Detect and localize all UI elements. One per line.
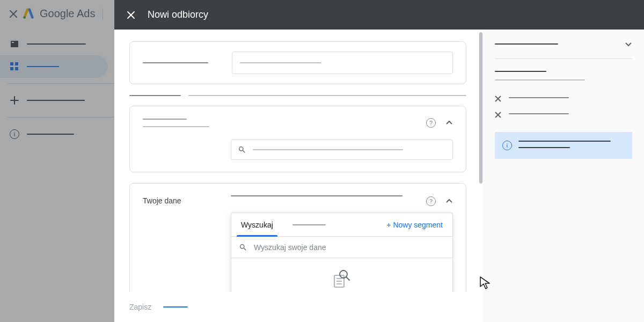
input-value-placeholder xyxy=(240,62,321,63)
audience-name-input[interactable] xyxy=(232,52,453,74)
remove-segment-icon[interactable] xyxy=(495,111,501,117)
summary-title-placeholder xyxy=(495,43,558,45)
card-subtitle-placeholder xyxy=(143,126,209,127)
remove-segment-icon[interactable] xyxy=(495,94,501,101)
name-card xyxy=(129,41,466,84)
segment-row xyxy=(495,94,632,101)
tab-search[interactable]: Wyszukaj xyxy=(231,213,283,236)
your-data-desc-placeholder xyxy=(231,195,402,196)
chevron-up-icon[interactable] xyxy=(445,119,453,127)
save-button[interactable]: Zapisz xyxy=(129,303,151,311)
segment-label-placeholder xyxy=(509,97,569,98)
help-icon[interactable]: ? xyxy=(426,118,436,128)
search-icon xyxy=(238,145,246,154)
block-subtitle-placeholder xyxy=(495,79,585,80)
info-icon: i xyxy=(502,141,512,150)
data-search-placeholder: Wyszukaj swoje dane xyxy=(254,243,326,252)
field-label-placeholder xyxy=(143,62,208,63)
tab-browse[interactable] xyxy=(283,213,335,236)
card-title-placeholder xyxy=(143,119,187,120)
help-icon[interactable]: ? xyxy=(426,196,436,206)
search-placeholder xyxy=(253,149,403,150)
block-title-placeholder xyxy=(495,71,546,72)
main-content: ? Twoje dane ? Wyszukaj + Nowy segment xyxy=(114,30,481,322)
empty-search-icon xyxy=(331,268,353,289)
close-icon[interactable] xyxy=(127,11,135,19)
topbar: Nowi odbiorcy xyxy=(114,0,644,30)
new-segment-button[interactable]: + Nowy segment xyxy=(386,221,452,229)
search-icon xyxy=(239,243,247,252)
segments-card: ? xyxy=(129,106,466,172)
divider-line xyxy=(188,95,466,96)
mouse-cursor-icon xyxy=(479,276,493,290)
segment-search-input[interactable] xyxy=(231,140,453,160)
right-panel: i xyxy=(483,30,644,322)
notice-line-placeholder xyxy=(518,147,570,148)
your-data-title: Twoje dane xyxy=(143,195,231,205)
page-title: Nowi odbiorcy xyxy=(148,9,208,20)
notice-line-placeholder xyxy=(518,141,611,142)
info-notice: i xyxy=(495,132,632,159)
tabs-row: Wyszukaj + Nowy segment xyxy=(231,213,452,237)
sidebar-disabled-overlay xyxy=(0,0,114,322)
summary-header[interactable] xyxy=(495,40,632,59)
segment-row xyxy=(495,111,632,117)
segment-list xyxy=(495,94,632,117)
footer: Zapisz xyxy=(114,292,481,322)
segment-label-placeholder xyxy=(509,113,569,114)
data-search-input[interactable]: Wyszukaj swoje dane xyxy=(231,237,452,258)
section-divider xyxy=(129,95,466,96)
chevron-down-icon xyxy=(625,40,632,48)
scrollbar-thumb[interactable] xyxy=(479,32,482,184)
section-label-placeholder xyxy=(129,95,181,96)
chevron-up-icon[interactable] xyxy=(445,197,453,205)
left-sidebar: Google Ads i xyxy=(0,0,114,322)
svg-line-12 xyxy=(346,277,349,280)
cancel-button[interactable] xyxy=(163,306,188,308)
